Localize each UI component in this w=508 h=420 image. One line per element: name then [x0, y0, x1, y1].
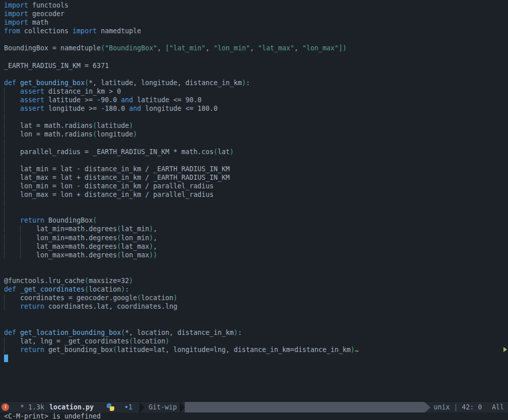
code-line[interactable]: ▏ ▏ lat_max=math.degrees(lat_max),: [4, 242, 508, 251]
code-line[interactable]: [4, 319, 508, 328]
code-line[interactable]: [4, 311, 508, 319]
code-line[interactable]: ▏ return get_bounding_box(latitude=lat, …: [4, 345, 508, 354]
echo-message: <C-M-print> is undefined: [4, 412, 101, 420]
code-line[interactable]: ▏ ▏ lon_min=math.degrees(lon_min),: [4, 234, 508, 242]
code-line[interactable]: ▏ lat = math.radians(latitude): [4, 121, 508, 130]
powerline-separator-icon: [139, 402, 144, 413]
code-line[interactable]: ▏ lon_min = lon - distance_in_km / paral…: [4, 182, 508, 190]
code-line[interactable]: def _get_coordinates(location):: [4, 285, 508, 294]
code-line[interactable]: [4, 354, 508, 363]
fringe-arrow-icon: [503, 347, 507, 352]
code-line[interactable]: ▏ lon_max = lon + distance_in_km / paral…: [4, 190, 508, 199]
code-line[interactable]: ▏ lon = math.radians(longitude): [4, 130, 508, 138]
code-line[interactable]: import geocoder: [4, 10, 508, 18]
code-line[interactable]: ▏ assert latitude >= -90.0 and latitude …: [4, 96, 508, 104]
window-number: •1: [124, 403, 132, 411]
python-file-icon: [107, 403, 114, 411]
code-line[interactable]: ▏ assert distance_in_km > 0: [4, 87, 508, 96]
code-line[interactable]: ▏ lat, lng = _get_coordinates(location): [4, 337, 508, 345]
modeline-filler-bar: [185, 402, 424, 413]
powerline-separator-icon: [180, 402, 185, 413]
modeline: * 1.3k location.py •1 Git-wip unix | 42:…: [0, 401, 508, 412]
code-line[interactable]: from collections import namedtuple: [4, 27, 508, 35]
code-line[interactable]: ▏: [4, 156, 508, 165]
code-line[interactable]: [4, 70, 508, 79]
code-line[interactable]: def get_location_bounding_box(*, locatio…: [4, 328, 508, 337]
code-line[interactable]: ▏: [4, 113, 508, 121]
git-branch[interactable]: Git-wip: [149, 403, 177, 411]
cursor-position[interactable]: 42: 0: [462, 403, 482, 411]
code-line[interactable]: _EARTH_RADIUS_IN_KM = 6371: [4, 61, 508, 70]
code-line[interactable]: ▏ ▏ lon_max=math.degrees(lon_max)): [4, 251, 508, 259]
error-indicator-icon[interactable]: [2, 403, 9, 411]
code-area[interactable]: import functoolsimport geocoderimport ma…: [0, 0, 508, 401]
code-line[interactable]: ▏: [4, 207, 508, 216]
code-line[interactable]: ▏: [4, 139, 508, 148]
file-size: 1.3k: [28, 403, 44, 411]
modeline-separator: |: [454, 403, 458, 411]
code-line[interactable]: ▏ return coordinates.lat, coordinates.ln…: [4, 302, 508, 311]
code-line[interactable]: @functools.lru_cache(maxsize=32): [4, 276, 508, 285]
code-line[interactable]: ▏ lat_max = lat + distance_in_km / _EART…: [4, 173, 508, 182]
buffer-name[interactable]: location.py: [49, 403, 94, 411]
code-line[interactable]: ▏ ▏ lat_min=math.degrees(lat_min),: [4, 225, 508, 233]
code-line[interactable]: import functools: [4, 1, 508, 10]
echo-area: <C-M-print> is undefined: [0, 412, 508, 420]
code-line[interactable]: def get_bounding_box(*, latitude, longit…: [4, 79, 508, 87]
code-line[interactable]: ▏: [4, 199, 508, 207]
code-line[interactable]: ▏ lat_min = lat - distance_in_km / _EART…: [4, 165, 508, 173]
code-line[interactable]: ▏ parallel_radius = _EARTH_RADIUS_IN_KM …: [4, 148, 508, 156]
code-line[interactable]: [4, 53, 508, 61]
modified-flag: *: [20, 403, 24, 411]
code-line[interactable]: BoundingBox = namedtuple("BoundingBox", …: [4, 44, 508, 52]
code-line[interactable]: ▏ coordinates = geocoder.google(location…: [4, 294, 508, 302]
code-line[interactable]: ▏ return BoundingBox(: [4, 216, 508, 225]
code-line[interactable]: ▏ assert longitude >= -180.0 and longitu…: [4, 104, 508, 113]
code-line[interactable]: import math: [4, 18, 508, 27]
scroll-indicator[interactable]: All: [492, 403, 504, 411]
code-line[interactable]: [4, 259, 508, 268]
code-line[interactable]: [4, 35, 508, 44]
eol-encoding[interactable]: unix: [433, 403, 450, 411]
code-line[interactable]: [4, 268, 508, 276]
editor-frame: import functoolsimport geocoderimport ma…: [0, 0, 508, 420]
powerline-separator-icon: [424, 402, 430, 413]
